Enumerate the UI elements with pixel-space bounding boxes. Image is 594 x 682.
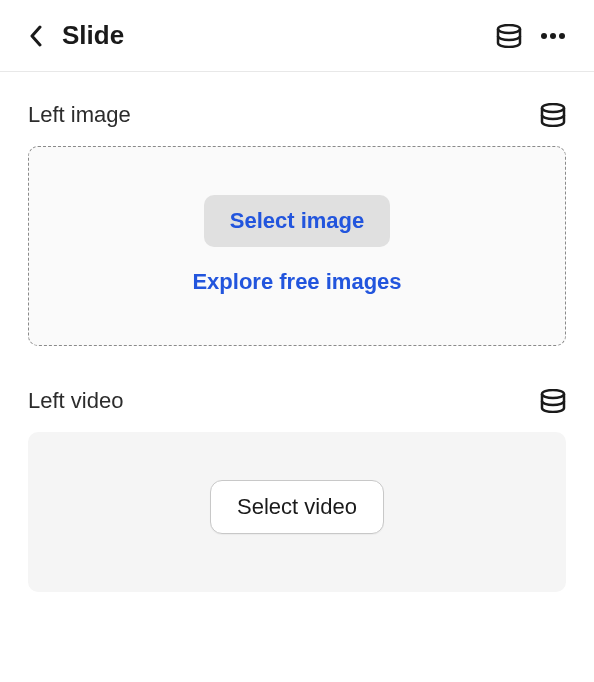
header-bar: Slide [0,0,594,72]
video-box: Select video [28,432,566,592]
database-icon [540,103,566,127]
database-icon [496,24,522,48]
left-video-section: Left video Select video [28,388,566,592]
page-title: Slide [62,20,124,51]
section-database-button[interactable] [540,389,566,413]
database-icon [540,389,566,413]
image-dropzone[interactable]: Select image Explore free images [28,146,566,346]
svg-point-3 [559,33,565,39]
section-label: Left image [28,102,131,128]
left-image-section: Left image Select image Explore free ima… [28,102,566,346]
section-header: Left video [28,388,566,414]
back-button[interactable] [24,24,48,48]
explore-free-images-link[interactable]: Explore free images [192,269,401,295]
more-horizontal-icon [540,32,566,40]
header-left: Slide [24,20,124,51]
chevron-left-icon [29,25,43,47]
content-area: Left image Select image Explore free ima… [0,72,594,664]
svg-point-1 [541,33,547,39]
svg-point-4 [542,104,564,112]
header-right [496,24,566,48]
select-image-button[interactable]: Select image [204,195,391,247]
svg-point-0 [498,25,520,33]
svg-point-2 [550,33,556,39]
section-header: Left image [28,102,566,128]
section-label: Left video [28,388,123,414]
section-database-button[interactable] [540,103,566,127]
svg-point-5 [542,390,564,398]
select-video-button[interactable]: Select video [210,480,384,534]
database-button[interactable] [496,24,522,48]
more-button[interactable] [540,32,566,40]
